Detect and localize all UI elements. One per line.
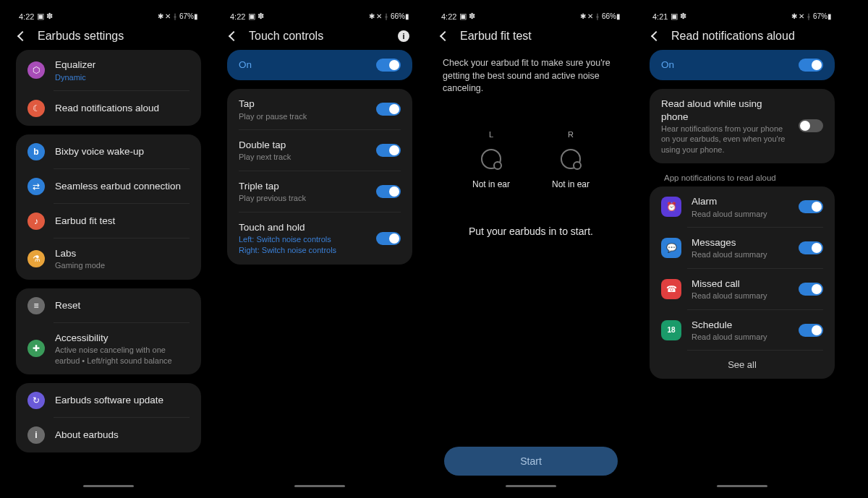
toggle-alarm[interactable] [799,200,823,213]
row-title: Messages [692,236,788,249]
status-time: 4:22 [230,12,245,21]
section-label: App notifications to read aloud [650,172,835,186]
back-icon[interactable] [651,31,661,41]
row-read-notifications[interactable]: ☾ Read notifications aloud [16,91,201,126]
info-icon[interactable]: i [398,30,409,42]
equalizer-icon: ⬡ [27,61,45,79]
row-sub: Read aloud summary [692,291,788,301]
row-title: Missed call [692,278,788,291]
status-icons-left: ▣ ✽ [248,12,264,21]
messages-icon: 💬 [661,238,681,258]
schedule-icon: 18 [661,320,681,340]
row-app-messages[interactable]: 💬 Messages Read aloud summary [650,228,835,269]
row-sub: Play previous track [239,193,366,203]
status-icons-left: ▣ ✽ [671,12,686,21]
row-app-alarm[interactable]: ⏰ Alarm Read aloud summary [650,186,835,228]
row-labs[interactable]: ⚗ Labs Gaming mode [16,239,201,280]
start-button[interactable]: Start [444,447,618,476]
row-reset[interactable]: ≡ Reset [16,288,201,323]
alarm-icon: ⏰ [661,197,681,217]
seamless-icon: ⇄ [27,178,45,195]
row-touch-hold[interactable]: Touch and hold Left: Switch noise contro… [227,212,412,265]
row-master-toggle[interactable]: On [227,50,412,80]
notifications-icon: ☾ [27,100,45,117]
status-time: 4:22 [19,12,34,21]
status-icons-right: ✱ ✕ ⟊ 67%▮ [158,12,198,20]
row-title: Equalizer [55,59,190,72]
row-bixby[interactable]: b Bixby voice wake-up [16,134,201,169]
toggle-read-while-phone[interactable] [799,119,823,132]
row-about[interactable]: i About earbuds [16,418,201,452]
row-sub: Gaming mode [55,260,190,270]
row-fit-test[interactable]: ♪ Earbud fit test [16,204,201,239]
row-triple-tap[interactable]: Triple tap Play previous track [227,171,412,212]
row-read-while-phone[interactable]: Read aloud while using phone Hear notifi… [650,89,835,163]
nav-handle[interactable] [717,485,767,487]
status-icons-right: ✱ ✕ ⟊ 66%▮ [369,12,409,20]
row-title: Accessibility [55,332,190,345]
update-icon: ↻ [27,392,45,409]
row-title: Alarm [692,195,788,208]
row-title: Labs [55,247,190,260]
back-icon[interactable] [17,31,27,41]
labs-icon: ⚗ [27,250,45,267]
screen-earbuds-settings: 4:22▣ ✽ ✱ ✕ ⟊ 67%▮ Earbuds settings ⬡ Eq… [7,7,210,490]
row-title: Earbuds software update [55,394,190,407]
row-app-schedule[interactable]: 18 Schedule Read aloud summary [650,310,835,351]
on-label: On [239,59,366,72]
row-sub-left: Left: Switch noise controls [239,234,366,244]
page-title: Touch controls [249,30,323,43]
description: Check your earbud fit to make sure you'r… [430,50,632,101]
row-title: Schedule [692,319,788,332]
row-title: Seamless earbud connection [55,180,190,193]
row-title: Double tap [239,139,366,152]
toggle-tap[interactable] [376,103,401,116]
row-title: Bixby voice wake-up [55,145,190,158]
row-software-update[interactable]: ↻ Earbuds software update [16,383,201,418]
status-time: 4:22 [441,12,456,21]
status-icons-left: ▣ ✽ [459,12,475,21]
reset-icon: ≡ [27,297,45,314]
toggle-master[interactable] [376,59,401,72]
nav-handle[interactable] [83,485,134,487]
bixby-icon: b [27,143,45,160]
toggle-messages[interactable] [799,241,823,254]
row-master-toggle[interactable]: On [650,50,835,80]
row-tap[interactable]: Tap Play or pause track [227,89,412,130]
row-double-tap[interactable]: Double tap Play next track [227,130,412,171]
status-bar: 4:22▣ ✽ ✱ ✕ ⟊ 66%▮ [430,7,632,22]
toggle-touch-hold[interactable] [376,232,401,245]
earbud-status-l: Not in ear [472,179,510,189]
row-equalizer[interactable]: ⬡ Equalizer Dynamic [16,50,201,91]
toggle-double-tap[interactable] [376,144,401,157]
row-seamless[interactable]: ⇄ Seamless earbud connection [16,169,201,204]
back-icon[interactable] [440,31,450,41]
earbud-right: R Not in ear [552,130,590,189]
missed-call-icon: ☎ [661,279,681,299]
row-title: Read notifications aloud [55,102,190,115]
row-app-missed-call[interactable]: ☎ Missed call Read aloud summary [650,269,835,310]
earbud-status-r: Not in ear [552,179,590,189]
row-title: Tap [239,98,366,111]
earbud-label-r: R [568,130,574,139]
toggle-master[interactable] [799,59,823,72]
row-sub: Active noise canceling with one earbud •… [55,345,190,366]
status-icons-right: ✱ ✕ ⟊ 67%▮ [791,12,832,20]
status-bar: 4:21▣ ✽ ✱ ✕ ⟊ 67%▮ [641,7,843,22]
nav-handle[interactable] [506,485,556,487]
row-accessibility[interactable]: ✚ Accessibility Active noise canceling w… [16,323,201,374]
earbud-icon-r [561,149,581,169]
fit-area: L Not in ear R Not in ear [430,101,632,204]
back-icon[interactable] [229,31,239,41]
screen-read-notifications: 4:21▣ ✽ ✱ ✕ ⟊ 67%▮ Read notifications al… [641,7,843,490]
header: Earbud fit test [430,22,632,50]
status-icons-left: ▣ ✽ [37,12,53,21]
row-title: Earbud fit test [55,215,190,228]
row-sub: Play next track [239,152,366,162]
toggle-missed-call[interactable] [799,283,823,296]
see-all-button[interactable]: See all [650,351,835,379]
toggle-schedule[interactable] [799,324,823,337]
nav-handle[interactable] [294,485,345,487]
toggle-triple-tap[interactable] [376,185,401,198]
row-sub: Read aloud summary [692,249,788,259]
